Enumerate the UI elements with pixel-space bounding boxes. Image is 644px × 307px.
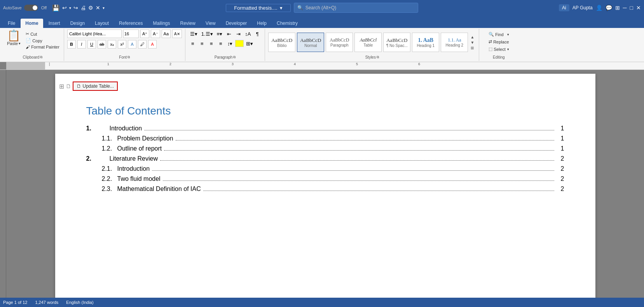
tab-file[interactable]: File (3, 19, 20, 28)
tab-insert[interactable]: Insert (44, 19, 65, 28)
comments-icon[interactable]: 💬 (606, 5, 612, 11)
close-doc-icon[interactable]: ✕ (96, 5, 100, 11)
styles-scroll-up[interactable]: ▲ (469, 34, 475, 40)
subscript-button[interactable]: x₂ (108, 40, 116, 49)
cut-button[interactable]: ✂ Cut (24, 31, 61, 37)
find-arrow[interactable]: ▾ (507, 33, 509, 36)
tab-view[interactable]: View (201, 19, 220, 28)
ruler-mark-0: | (49, 62, 50, 66)
copy-button[interactable]: 📄 Copy (24, 38, 61, 43)
line-spacing-button[interactable]: ↕▾ (226, 39, 234, 48)
ai-button[interactable]: Ai (559, 4, 569, 11)
clipboard-expand-icon[interactable]: ⧉ (40, 55, 42, 59)
toc-entry[interactable]: 1.1. Problem Description 1 (86, 135, 564, 142)
font-size-input[interactable] (123, 29, 139, 38)
align-right-button[interactable]: ≡ (207, 39, 216, 48)
indent-increase-button[interactable]: ⇥ (234, 29, 243, 38)
justify-button[interactable]: ≡ (216, 39, 225, 48)
indent-decrease-button[interactable]: ⇤ (225, 29, 233, 38)
superscript-button[interactable]: x² (118, 40, 126, 49)
update-table-button[interactable]: 🗋 Update Table... (73, 82, 118, 91)
undo-dropdown-icon[interactable]: ▾ (69, 6, 71, 10)
doc-title-dropdown[interactable]: ▾ (280, 5, 283, 11)
multilevel-button[interactable]: ≡▾ (215, 29, 224, 38)
find-button[interactable]: 🔍 Find ▾ (487, 31, 510, 38)
toc-entry[interactable]: 1.2. Outline of report 1 (86, 145, 564, 152)
doc-scroll-area[interactable]: ⊞ 🗋 🗋 Update Table... Table of Contents … (6, 70, 644, 298)
tab-chemistry[interactable]: Chemistry (272, 19, 302, 28)
bullets-button[interactable]: ☰▾ (188, 29, 199, 38)
maximize-icon[interactable]: □ (630, 5, 633, 11)
numbering-button[interactable]: 1.☰▾ (200, 29, 215, 38)
toc-entry[interactable]: 2.2. Two fluid model 2 (86, 175, 564, 182)
ribbon-toggle-icon[interactable]: ⊞ (615, 5, 620, 11)
style-item-table[interactable]: AaBbCclTable (354, 33, 382, 52)
tab-design[interactable]: Design (66, 19, 89, 28)
toc-entry[interactable]: 2.3. Mathematical Definition of IAC 2 (86, 186, 564, 193)
strikethrough-button[interactable]: ab (98, 40, 106, 49)
italic-button[interactable]: I (77, 40, 86, 49)
customize-arrow-icon[interactable]: ▾ (103, 6, 105, 10)
doc-handle[interactable]: ⊞ (59, 83, 64, 90)
close-icon[interactable]: ✕ (636, 5, 641, 11)
select-arrow[interactable]: ▾ (507, 47, 509, 51)
paste-button[interactable]: 📋 Paste ▾ (5, 29, 23, 47)
tab-home[interactable]: Home (21, 19, 43, 28)
clipboard-right: ✂ Cut 📄 Copy 🖌 Format Painter (24, 29, 61, 50)
style-item-normal[interactable]: AaBbCcDNormal (297, 33, 324, 52)
style-item-paragraph[interactable]: AaBbCcDParagraph (326, 33, 353, 52)
customize-icon[interactable]: ⚙ (88, 5, 93, 11)
toc-entry[interactable]: 1. Introduction 1 (86, 125, 564, 132)
tab-review[interactable]: Review (175, 19, 200, 28)
paste-arrow[interactable]: ▾ (19, 42, 21, 45)
tab-help[interactable]: Help (252, 19, 271, 28)
style-item-heading-2[interactable]: 1.1. AaHeading 2 (441, 33, 468, 52)
autosave-toggle[interactable] (24, 5, 38, 11)
toc-entry[interactable]: 2. Literature Review 2 (86, 155, 564, 162)
font-decrease-btn[interactable]: A⁻ (151, 29, 160, 38)
doc-handle2[interactable]: 🗋 (66, 83, 71, 89)
font-clear-btn[interactable]: A✕ (172, 29, 182, 38)
style-item-biblio[interactable]: AaBbCcDBiblio (268, 33, 295, 52)
tab-developer[interactable]: Developer (221, 19, 252, 28)
minimize-icon[interactable]: ─ (623, 5, 627, 11)
paragraph-expand-icon[interactable]: ⧉ (233, 55, 236, 59)
doc-title[interactable]: Formatted thesis.... ▾ (226, 4, 290, 12)
text-effects-button[interactable]: A (128, 40, 136, 49)
replace-button[interactable]: ⇄ Replace (487, 38, 510, 45)
cut-icon: ✂ (26, 31, 29, 36)
share-icon[interactable]: 👤 (596, 5, 602, 11)
align-center-button[interactable]: ≡ (198, 39, 206, 48)
search-bar[interactable]: 🔍 Search (Alt+Q) (294, 3, 418, 13)
format-painter-button[interactable]: 🖌 Format Painter (24, 44, 61, 50)
toc-entry[interactable]: 2.1. Introduction 2 (86, 165, 564, 172)
sort-button[interactable]: ↕A (243, 29, 252, 38)
toc-text: Literature Review (110, 155, 158, 162)
font-name-input[interactable] (67, 29, 122, 38)
borders-button[interactable]: ⊞▾ (244, 39, 255, 48)
font-color-button[interactable]: A (148, 40, 157, 49)
text-highlight-button[interactable]: 🖊 (138, 40, 147, 49)
style-preview-2: AaBbCcD (330, 37, 349, 43)
redo-icon[interactable]: ↪ (73, 5, 78, 11)
styles-scroll-down[interactable]: ▼ (469, 40, 475, 45)
show-marks-button[interactable]: ¶ (253, 29, 262, 38)
select-button[interactable]: ⬚ Select ▾ (487, 46, 510, 52)
font-increase-btn[interactable]: A⁺ (140, 29, 149, 38)
save-icon[interactable]: 💾 (52, 4, 60, 12)
font-case-btn[interactable]: Aa (162, 29, 171, 38)
undo-icon[interactable]: ↩ (62, 5, 67, 11)
styles-expand[interactable]: ⊞ (469, 45, 475, 50)
font-expand-icon[interactable]: ⧉ (127, 55, 130, 59)
styles-expand-icon[interactable]: ⧉ (377, 55, 379, 59)
tab-layout[interactable]: Layout (90, 19, 113, 28)
tab-mailings[interactable]: Mailings (148, 19, 175, 28)
bold-button[interactable]: B (67, 40, 76, 49)
print-icon[interactable]: 🖨 (80, 5, 86, 11)
shading-button[interactable] (235, 40, 244, 47)
style-item-heading-1[interactable]: 1. AaBHeading 1 (412, 33, 439, 52)
align-left-button[interactable]: ≡ (188, 39, 197, 48)
tab-references[interactable]: References (114, 19, 147, 28)
style-item---no-spac---[interactable]: AaBbCcD¶ No Spac... (383, 33, 410, 52)
underline-button[interactable]: U (87, 40, 96, 49)
